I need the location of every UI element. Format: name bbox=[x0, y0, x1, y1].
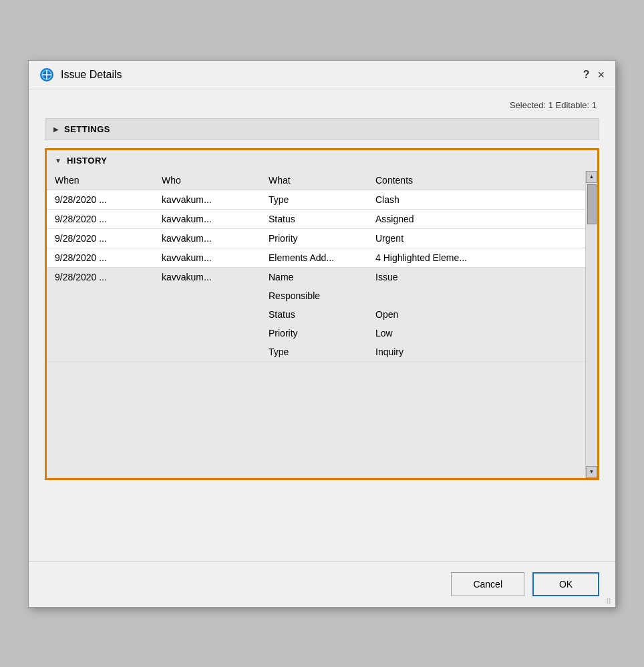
table-row[interactable]: Responsible bbox=[47, 286, 585, 305]
title-bar-controls: ? × bbox=[583, 69, 605, 81]
table-row[interactable]: 9/28/2020 ... kavvakum... Status Assigne… bbox=[47, 210, 585, 228]
table-group-5: 9/28/2020 ... kavvakum... Name Issue Res… bbox=[47, 268, 585, 362]
scrollbar-thumb[interactable] bbox=[587, 184, 597, 224]
settings-label: SETTINGS bbox=[64, 124, 110, 134]
dialog-footer: Cancel OK ⠿ bbox=[29, 561, 615, 607]
table-group-4: 9/28/2020 ... kavvakum... Elements Add..… bbox=[47, 248, 585, 268]
table-group-2: 9/28/2020 ... kavvakum... Status Assigne… bbox=[47, 210, 585, 229]
table-row[interactable]: Status Open bbox=[47, 305, 585, 324]
table-row[interactable]: 9/28/2020 ... kavvakum... Priority Urgen… bbox=[47, 229, 585, 248]
scrollbar-down-button[interactable]: ▼ bbox=[586, 466, 597, 478]
cell-when: 9/28/2020 ... bbox=[55, 233, 162, 244]
cell-contents: Issue bbox=[375, 272, 577, 282]
col-header-contents: Contents bbox=[375, 175, 577, 186]
resize-handle-icon[interactable]: ⠿ bbox=[606, 598, 614, 606]
ok-button[interactable]: OK bbox=[532, 572, 599, 596]
cell-when: 9/28/2020 ... bbox=[55, 272, 162, 282]
cell-what: Type bbox=[269, 194, 375, 205]
help-button[interactable]: ? bbox=[583, 69, 590, 81]
cell-what: Responsible bbox=[269, 290, 375, 301]
cell-contents: Low bbox=[375, 328, 577, 339]
cell-contents: Inquiry bbox=[375, 347, 577, 357]
dialog: Issue Details ? × Selected: 1 Editable: … bbox=[28, 60, 616, 608]
table-header-row: When Who What Contents bbox=[47, 171, 585, 190]
scrollbar-track[interactable]: ▲ ▼ bbox=[585, 171, 597, 478]
cell-when: 9/28/2020 ... bbox=[55, 252, 162, 263]
settings-header[interactable]: ▶ SETTINGS bbox=[45, 119, 599, 140]
history-arrow-icon: ▼ bbox=[55, 157, 61, 164]
table-row[interactable]: Priority Low bbox=[47, 324, 585, 343]
cell-what: Elements Add... bbox=[269, 252, 375, 263]
cell-when: 9/28/2020 ... bbox=[55, 194, 162, 205]
cell-contents: Urgent bbox=[375, 233, 577, 244]
history-table-wrapper: When Who What Contents 9/28/2020 ... kav… bbox=[47, 171, 597, 478]
cell-what: Priority bbox=[269, 328, 375, 339]
cell-who: kavvakum... bbox=[162, 214, 269, 224]
table-group-3: 9/28/2020 ... kavvakum... Priority Urgen… bbox=[47, 229, 585, 248]
cancel-button[interactable]: Cancel bbox=[451, 572, 524, 596]
col-header-what: What bbox=[269, 175, 375, 186]
cell-when: 9/28/2020 ... bbox=[55, 214, 162, 224]
table-body[interactable]: 9/28/2020 ... kavvakum... Type Clash 9/2… bbox=[47, 190, 585, 473]
cell-contents: Clash bbox=[375, 194, 577, 205]
table-group-1: 9/28/2020 ... kavvakum... Type Clash bbox=[47, 190, 585, 210]
section-settings: ▶ SETTINGS bbox=[45, 118, 599, 140]
table-row[interactable]: 9/28/2020 ... kavvakum... Name Issue bbox=[47, 268, 585, 286]
table-row[interactable]: 9/28/2020 ... kavvakum... Type Clash bbox=[47, 190, 585, 209]
scrollbar-up-button[interactable]: ▲ bbox=[586, 171, 597, 183]
selected-info: Selected: 1 Editable: 1 bbox=[45, 100, 599, 110]
cell-what: Type bbox=[269, 347, 375, 357]
cell-contents: 4 Highlighted Eleme... bbox=[375, 252, 577, 263]
dialog-body: Selected: 1 Editable: 1 ▶ SETTINGS ▼ HIS… bbox=[29, 89, 615, 561]
dialog-title: Issue Details bbox=[61, 69, 583, 81]
history-label: HISTORY bbox=[67, 156, 108, 166]
cell-what: Name bbox=[269, 272, 375, 282]
cell-contents: Open bbox=[375, 309, 577, 320]
cell-who: kavvakum... bbox=[162, 252, 269, 263]
cell-what: Priority bbox=[269, 233, 375, 244]
settings-arrow-icon: ▶ bbox=[53, 126, 59, 133]
cell-who: kavvakum... bbox=[162, 233, 269, 244]
cell-who: kavvakum... bbox=[162, 194, 269, 205]
table-row[interactable]: 9/28/2020 ... kavvakum... Elements Add..… bbox=[47, 248, 585, 267]
col-header-when: When bbox=[55, 175, 162, 186]
title-bar: Issue Details ? × bbox=[29, 61, 615, 89]
cell-what: Status bbox=[269, 214, 375, 224]
col-header-who: Who bbox=[162, 175, 269, 186]
close-button[interactable]: × bbox=[597, 69, 605, 81]
cell-contents: Assigned bbox=[375, 214, 577, 224]
cell-who: kavvakum... bbox=[162, 272, 269, 282]
app-icon bbox=[39, 67, 54, 82]
history-header[interactable]: ▼ HISTORY bbox=[47, 150, 597, 171]
history-table: When Who What Contents 9/28/2020 ... kav… bbox=[47, 171, 585, 478]
table-row[interactable]: Type Inquiry bbox=[47, 343, 585, 361]
cell-what: Status bbox=[269, 309, 375, 320]
section-history: ▼ HISTORY When Who What Contents bbox=[45, 148, 599, 480]
